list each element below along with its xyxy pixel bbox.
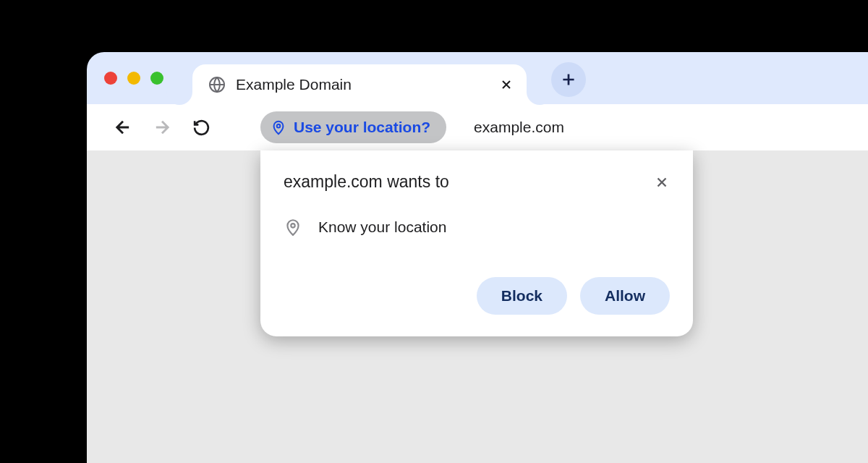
location-pin-icon <box>284 218 302 237</box>
globe-icon <box>208 76 226 93</box>
svg-point-1 <box>277 124 281 128</box>
tab-close-button[interactable] <box>499 77 514 92</box>
window-close-button[interactable] <box>104 72 117 85</box>
dialog-close-button[interactable] <box>654 174 670 190</box>
permission-description: Know your location <box>318 218 446 236</box>
tab-title: Example Domain <box>236 76 499 93</box>
allow-button[interactable]: Allow <box>580 277 670 315</box>
window-minimize-button[interactable] <box>127 72 140 85</box>
permission-chip-label: Use your location? <box>294 119 430 136</box>
address-url[interactable]: example.com <box>474 119 564 136</box>
permission-dialog: example.com wants to Know your location <box>260 150 693 336</box>
location-pin-icon <box>271 119 286 135</box>
window-controls <box>104 72 163 85</box>
reload-button[interactable] <box>187 113 216 142</box>
toolbar: Use your location? example.com <box>87 104 868 150</box>
block-button[interactable]: Block <box>477 277 567 315</box>
browser-window: Example Domain <box>87 52 868 463</box>
browser-tab[interactable]: Example Domain <box>192 64 527 105</box>
window-maximize-button[interactable] <box>150 72 163 85</box>
page-content: example.com wants to Know your location <box>87 150 868 463</box>
forward-button[interactable] <box>148 113 176 142</box>
tab-strip: Example Domain <box>87 52 868 104</box>
dialog-title: example.com wants to <box>284 172 449 192</box>
back-button[interactable] <box>109 113 137 142</box>
svg-point-2 <box>291 224 294 227</box>
permission-chip[interactable]: Use your location? <box>260 111 446 143</box>
new-tab-button[interactable] <box>551 62 586 97</box>
